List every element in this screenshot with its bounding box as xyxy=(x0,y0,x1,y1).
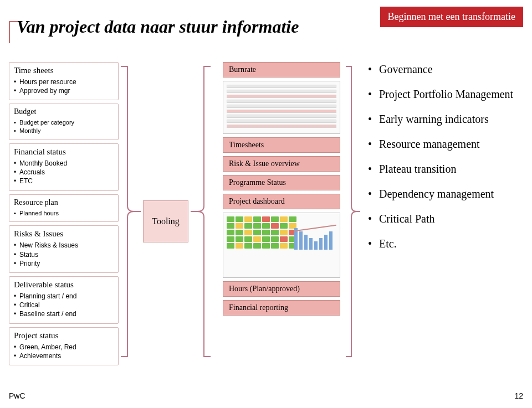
outcomes-list: GovernanceProject Portfolio ManagementEa… xyxy=(368,62,523,251)
output-chip: Risk & Issue overview xyxy=(223,156,340,172)
input-card-list: Hours per resourceApproved by mgr xyxy=(14,78,114,95)
input-card-list: New Risks & IssuesStatusPriority xyxy=(14,241,114,268)
input-card-title: Risks & Issues xyxy=(14,229,114,239)
footer-brand: PwC xyxy=(9,391,25,400)
outcome-item: Governance xyxy=(368,62,523,77)
input-card-item: Priority xyxy=(14,259,114,268)
outcome-item: Critical Path xyxy=(368,211,523,226)
tooling-column: Tooling xyxy=(141,62,191,380)
input-card: Project statusGreen, Amber, RedAchieveme… xyxy=(9,327,119,365)
input-card-list: Budget per categoryMonthly xyxy=(14,118,114,135)
input-card: Time sheetsHours per resourceApproved by… xyxy=(9,62,119,100)
input-card-item: Baseline start / end xyxy=(14,309,114,318)
input-card-list: Planning start / endCriticalBaseline sta… xyxy=(14,292,114,319)
section-tag: Beginnen met een transformatie xyxy=(380,7,523,27)
input-card-item: Accruals xyxy=(14,168,114,177)
page-number: 12 xyxy=(514,391,523,400)
input-card: Financial statusMonthly BookedAccrualsET… xyxy=(9,143,119,191)
output-chip: Project dashboard xyxy=(223,194,340,209)
slide: Beginnen met een transformatie Van proje… xyxy=(0,0,532,408)
input-card: Deliverable statusPlanning start / endCr… xyxy=(9,276,119,324)
input-card-item: Critical xyxy=(14,301,114,309)
input-card-list: Monthly BookedAccrualsETC xyxy=(14,159,114,186)
outcome-item: Plateau transition xyxy=(368,162,523,177)
outcome-item: Dependency management xyxy=(368,187,523,202)
outcome-item: Resource management xyxy=(368,137,523,152)
input-card-list: Green, Amber, RedAchievements xyxy=(14,343,114,360)
input-card-item: ETC xyxy=(14,177,114,185)
outcomes-column: GovernanceProject Portfolio ManagementEa… xyxy=(360,62,523,380)
input-card-list: Planned hours xyxy=(14,209,114,218)
output-chip: Financial reporting xyxy=(223,300,340,316)
input-card-title: Project status xyxy=(14,331,114,340)
input-card-title: Deliverable status xyxy=(14,280,114,290)
page-title: Van project data naar stuur informatie xyxy=(17,17,299,37)
input-card-item: New Risks & Issues xyxy=(14,241,114,250)
input-card-item: Planning start / end xyxy=(14,292,114,301)
input-card: Resource planPlanned hours xyxy=(9,194,119,223)
input-card-title: Budget xyxy=(14,107,114,116)
input-card-title: Time sheets xyxy=(14,66,114,75)
bracket-left-out xyxy=(191,62,213,380)
input-card-item: Achievements xyxy=(14,352,114,360)
outcome-item: Early warning indicators xyxy=(368,112,523,127)
tooling-box: Tooling xyxy=(143,200,188,242)
burnrate-thumbnail xyxy=(223,81,340,134)
input-card-item: Budget per category xyxy=(14,118,114,127)
input-card-item: Status xyxy=(14,250,114,259)
bracket-left xyxy=(119,62,141,380)
input-card-title: Resource plan xyxy=(14,198,114,207)
dashboard-thumbnail xyxy=(223,213,340,278)
output-chip: Programme Status xyxy=(223,175,340,190)
output-chip: Hours (Plan/approved) xyxy=(223,281,340,297)
input-card-item: Approved by mgr xyxy=(14,86,114,95)
input-card-item: Green, Amber, Red xyxy=(14,343,114,352)
input-card-item: Hours per resource xyxy=(14,78,114,86)
input-card-item: Monthly xyxy=(14,127,114,135)
input-cards-column: Time sheetsHours per resourceApproved by… xyxy=(9,62,119,380)
input-card: Risks & IssuesNew Risks & IssuesStatusPr… xyxy=(9,225,119,273)
outcome-item: Project Portfolio Management xyxy=(368,87,523,102)
output-chip: Burnrate xyxy=(223,62,340,78)
outcome-item: Etc. xyxy=(368,236,523,251)
input-card-title: Financial status xyxy=(14,147,114,157)
bracket-right xyxy=(344,62,360,380)
input-card-item: Monthly Booked xyxy=(14,159,114,168)
input-card: BudgetBudget per categoryMonthly xyxy=(9,104,119,140)
output-chip: Timesheets xyxy=(223,137,340,153)
output-chips-column: BurnrateTimesheetsRisk & Issue overviewP… xyxy=(213,62,344,380)
input-card-item: Planned hours xyxy=(14,209,114,218)
content-row: Time sheetsHours per resourceApproved by… xyxy=(9,62,523,380)
